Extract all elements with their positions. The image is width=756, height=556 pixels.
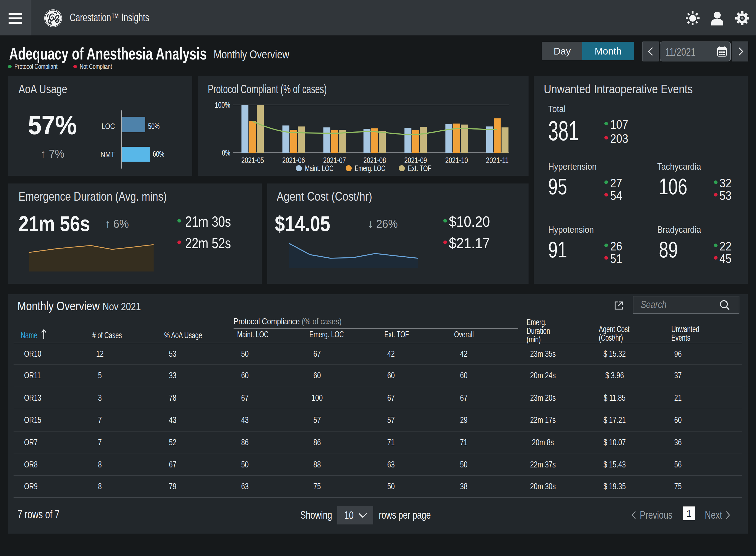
svg-text:2021-08: 2021-08 <box>363 155 386 165</box>
svg-text:Emerg. LOC: Emerg. LOC <box>355 164 385 173</box>
svg-text:0%: 0% <box>222 148 230 157</box>
svg-text:Ext. TOF: Ext. TOF <box>408 164 431 173</box>
svg-text:2021-06: 2021-06 <box>282 155 305 165</box>
svg-text:2021-07: 2021-07 <box>323 155 346 165</box>
svg-text:60%: 60% <box>153 149 165 158</box>
svg-text:Maint. LOC: Maint. LOC <box>305 164 333 173</box>
svg-text:100%: 100% <box>215 100 230 109</box>
svg-text:2021-10: 2021-10 <box>445 155 468 165</box>
svg-text:50%: 50% <box>148 121 160 131</box>
svg-text:NMT: NMT <box>101 150 115 159</box>
svg-text:2021-11: 2021-11 <box>486 155 509 165</box>
svg-text:2021-05: 2021-05 <box>241 155 264 165</box>
svg-text:LOC: LOC <box>102 121 115 131</box>
svg-text:2021-09: 2021-09 <box>404 155 427 165</box>
